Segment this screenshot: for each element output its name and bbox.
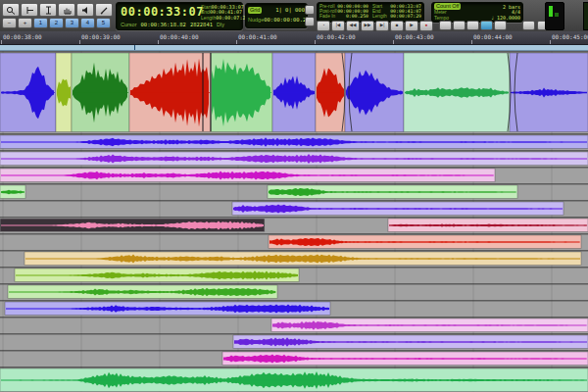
- track-separator: [0, 217, 588, 219]
- audio-clip[interactable]: [510, 53, 588, 132]
- transport-panel: Pre-roll00:00:00:00 Post-roll00:00:00:00…: [317, 2, 424, 23]
- track-separator: [0, 233, 588, 235]
- t-length-label: Length: [372, 14, 387, 19]
- main-counter[interactable]: 00:00:33:07: [121, 5, 204, 19]
- ruler-label: 00:00:39:00: [81, 34, 121, 40]
- ruler-label: 00:00:38:00: [3, 34, 42, 40]
- midi-merge-button[interactable]: [480, 21, 493, 30]
- level-meter: [545, 2, 564, 30]
- audio-clip[interactable]: [211, 53, 272, 132]
- online-button[interactable]: ◔: [317, 21, 330, 31]
- length-label: Length: [201, 16, 216, 21]
- audio-clip[interactable]: [24, 252, 581, 266]
- audio-clip[interactable]: [388, 219, 588, 232]
- audio-clip[interactable]: [8, 285, 277, 299]
- audio-clip[interactable]: [268, 185, 517, 199]
- midi-buttons: [439, 21, 507, 30]
- grid-nudge-panel: Grid 1| 0| 000 Nudge 00:00:00:00.25: [245, 3, 308, 28]
- link-edit-button[interactable]: [305, 17, 315, 26]
- audio-clip[interactable]: [0, 219, 265, 232]
- audio-clip[interactable]: [269, 235, 581, 249]
- audio-clip[interactable]: [316, 53, 345, 132]
- scrubber-tool-button[interactable]: [76, 3, 94, 17]
- wait-for-note-button[interactable]: [439, 21, 452, 30]
- record-button[interactable]: ●: [419, 21, 433, 31]
- grabber-tool-button[interactable]: [58, 3, 75, 17]
- audio-clip[interactable]: [129, 53, 211, 132]
- cursor-label: Cursor: [121, 22, 137, 28]
- timeline-ruler[interactable]: 00:00:38:0000:00:39:0000:00:40:0000:00:4…: [0, 31, 588, 45]
- trimmer-tool-button[interactable]: [21, 3, 38, 17]
- ruler-label: 00:00:44:00: [473, 34, 513, 40]
- track-separator: [0, 183, 588, 185]
- ruler-label: 00:00:45:00: [552, 34, 588, 40]
- zoom-preset-4[interactable]: 4: [80, 18, 95, 28]
- audio-clip[interactable]: [271, 318, 588, 332]
- zoom-preset-3[interactable]: 3: [65, 18, 79, 28]
- ruler-tick: [393, 40, 394, 44]
- link-timeline-button[interactable]: [305, 5, 315, 15]
- transport-selection-fields: Start00:00:33:07 End00:00:41:07 Length00…: [372, 4, 421, 21]
- t-length-value[interactable]: 00:00:07:29: [390, 14, 421, 19]
- nudge-label: Nudge: [248, 17, 264, 23]
- tool-cluster: [2, 3, 113, 17]
- audio-clip[interactable]: [222, 352, 588, 366]
- audio-clip[interactable]: [0, 53, 56, 132]
- zoom-preset-1[interactable]: 1: [33, 18, 48, 28]
- audio-clip[interactable]: [56, 53, 72, 132]
- fade-in-value[interactable]: 0:00.250: [346, 14, 368, 19]
- tempo-ruler-button[interactable]: [494, 21, 507, 30]
- audio-clip[interactable]: [0, 185, 25, 199]
- track-area[interactable]: [0, 51, 588, 392]
- audio-clip[interactable]: [272, 53, 316, 132]
- track-separator: [0, 350, 588, 352]
- count-off-button[interactable]: [466, 21, 479, 30]
- cursor-value: 00:00:36:18.82: [141, 22, 186, 28]
- zoom-preset-5[interactable]: 5: [96, 18, 111, 28]
- rewind-button[interactable]: ◀◀: [346, 21, 360, 31]
- zoomer-tool-button[interactable]: [2, 3, 20, 17]
- audio-clip[interactable]: [345, 53, 404, 132]
- nudge-value[interactable]: 00:00:00:00.25: [264, 17, 309, 23]
- length-value[interactable]: 00:00:07:29: [216, 16, 248, 21]
- track-separator: [0, 300, 588, 302]
- pre-metronome-button[interactable]: [522, 21, 535, 30]
- grid-mode-button[interactable]: Grid: [248, 7, 262, 14]
- zoom-preset-−[interactable]: −: [2, 18, 17, 28]
- audio-clip[interactable]: [0, 135, 588, 149]
- ruler-label: 00:00:41:00: [238, 34, 277, 40]
- pencil-tool-button[interactable]: [95, 3, 113, 17]
- track-separator: [0, 283, 588, 285]
- trim-icon: [24, 6, 35, 15]
- stop-button[interactable]: ■: [390, 21, 404, 31]
- audio-clip[interactable]: [15, 269, 299, 282]
- audio-clip[interactable]: [0, 169, 495, 182]
- fast-forward-button[interactable]: ▶▶: [361, 21, 374, 31]
- zoom-preset-2[interactable]: 2: [49, 18, 64, 28]
- metronome-button[interactable]: [453, 21, 466, 30]
- audio-clip[interactable]: [72, 53, 129, 132]
- audio-clip[interactable]: [404, 53, 510, 132]
- speaker-icon: [80, 6, 91, 15]
- ruler-label: 00:00:42:00: [317, 34, 356, 40]
- track-separator: [0, 317, 588, 318]
- zoom-preset-cluster: −+12345: [2, 18, 111, 28]
- meter-level-left: [549, 6, 553, 17]
- audio-clip[interactable]: [0, 368, 588, 392]
- play-button[interactable]: ▶: [405, 21, 418, 31]
- selector-tool-button[interactable]: [39, 3, 57, 17]
- return-to-zero-button[interactable]: |◀: [331, 21, 345, 31]
- audio-clip[interactable]: [233, 335, 588, 349]
- grid-value[interactable]: 1| 0| 000: [275, 7, 305, 13]
- sample-position: 2822841: [190, 22, 213, 28]
- expanded-transport-edge: [583, 2, 588, 30]
- audio-clip[interactable]: [5, 302, 330, 316]
- go-to-end-button[interactable]: ▶|: [375, 21, 389, 31]
- audio-clip[interactable]: [232, 202, 564, 216]
- audio-clip[interactable]: [0, 152, 588, 166]
- session-panel: Count Off 2 bars Meter 4/4 Tempo ♩ 120.0…: [431, 2, 523, 23]
- ruler-tick: [158, 40, 159, 44]
- zoom-preset-+[interactable]: +: [18, 18, 32, 28]
- track-separator: [0, 51, 588, 53]
- track-separator: [0, 333, 588, 335]
